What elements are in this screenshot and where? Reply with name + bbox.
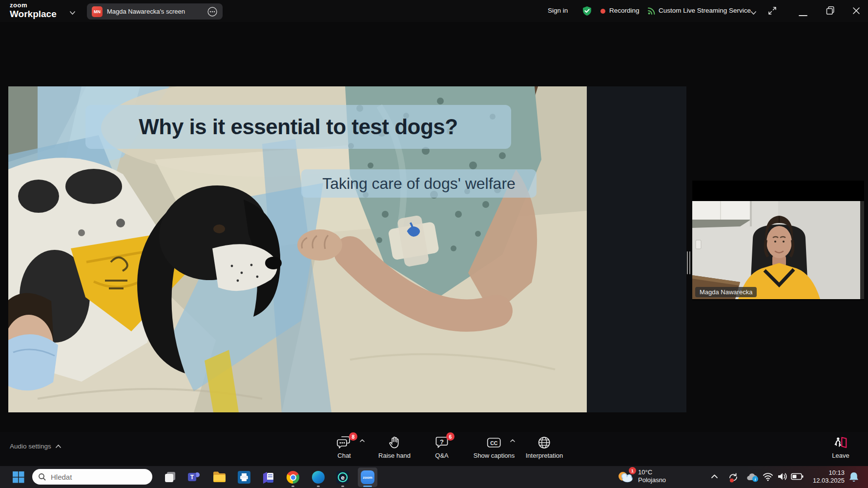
- streaming-chevron-down-icon[interactable]: [750, 8, 757, 17]
- audio-settings-button[interactable]: Audio settings: [10, 443, 62, 450]
- zoom-workplace-logo: zoom Workplace: [10, 2, 57, 19]
- weather-icon: 1: [617, 469, 634, 484]
- participant-video-tile: Magda Nawarecka: [692, 181, 864, 300]
- taskbar-search[interactable]: [32, 469, 152, 485]
- fullscreen-expand-icon[interactable]: [767, 6, 777, 18]
- cabinet: [692, 201, 752, 228]
- leave-label: Leave: [832, 452, 849, 459]
- battery-icon[interactable]: [791, 473, 804, 480]
- leave-button[interactable]: Leave: [832, 436, 849, 459]
- meeting-content-area: Why is it essential to test dogs? Taking…: [0, 22, 868, 432]
- clock-date: 12.03.2025: [806, 477, 845, 485]
- recording-dot-icon: [600, 9, 605, 14]
- wifi-icon[interactable]: [763, 472, 773, 481]
- eset-running-indicator: [341, 486, 344, 487]
- svg-text:?: ?: [440, 438, 444, 446]
- chat-button[interactable]: 8 Chat: [337, 436, 351, 459]
- raise-hand-button[interactable]: Raise hand: [378, 436, 411, 459]
- svg-text:e: e: [341, 474, 344, 481]
- slide-title: Why is it essential to test dogs?: [139, 115, 457, 139]
- workspace-chevron-down-icon[interactable]: [69, 8, 76, 17]
- zoom-app-icon[interactable]: zoom: [358, 468, 377, 487]
- interpretation-label: Interpretation: [526, 452, 563, 459]
- interpretation-button[interactable]: Interpretation: [526, 436, 563, 459]
- file-explorer-icon[interactable]: [213, 471, 226, 483]
- logo-workplace-text: Workplace: [10, 9, 57, 19]
- zoom-active-indicator: [363, 486, 372, 487]
- slide-subtitle-band: Taking care of dogs' welfare: [301, 169, 537, 198]
- chevron-up-icon: [55, 444, 62, 448]
- tab-title: Magda Nawarecka's screen: [107, 8, 185, 15]
- tab-more-options-icon[interactable]: [207, 6, 218, 17]
- chat-menu-chevron-icon[interactable]: [359, 439, 365, 443]
- live-stream-icon: [647, 6, 656, 17]
- recording-label: Recording: [609, 7, 640, 14]
- task-view-icon[interactable]: [164, 471, 176, 483]
- masked-person-illustration: [8, 293, 58, 390]
- qa-button[interactable]: ? 6 Q&A: [435, 436, 449, 459]
- security-shield-icon[interactable]: [582, 6, 592, 18]
- weather-alert-badge: 1: [629, 467, 636, 474]
- weather-widget[interactable]: 1 10°C Polojasno: [617, 468, 666, 484]
- captions-menu-chevron-icon[interactable]: [510, 439, 516, 443]
- svg-text:T: T: [190, 474, 194, 481]
- chrome-running-indicator: [291, 486, 294, 487]
- start-button[interactable]: [12, 471, 24, 483]
- notification-bell-icon[interactable]: [848, 471, 859, 483]
- teams-icon[interactable]: T: [187, 471, 200, 484]
- scanner-app-icon[interactable]: [262, 471, 275, 484]
- audio-settings-label: Audio settings: [10, 443, 51, 450]
- search-input[interactable]: [50, 472, 135, 482]
- close-button[interactable]: [852, 6, 861, 17]
- zoom-workplace-window: zoom Workplace MN Magda Nawarecka's scre…: [0, 0, 868, 488]
- chrome-icon[interactable]: [287, 471, 299, 484]
- panel-resize-handle[interactable]: [687, 251, 691, 274]
- streaming-service-label: Custom Live Streaming Service: [659, 7, 751, 14]
- weather-condition: Polojasno: [638, 476, 666, 484]
- show-captions-label: Show captions: [474, 452, 515, 459]
- tray-chevron-up-icon[interactable]: [711, 474, 718, 479]
- svg-text:CC: CC: [490, 440, 498, 446]
- shared-screen-tab[interactable]: MN Magda Nawarecka's screen: [87, 3, 223, 20]
- minimize-button[interactable]: [798, 10, 808, 19]
- raise-hand-icon: [388, 436, 401, 449]
- qa-label: Q&A: [435, 452, 448, 459]
- dog-nose: [265, 257, 282, 269]
- titlebar: zoom Workplace MN Magda Nawarecka's scre…: [0, 0, 868, 22]
- sign-in-button[interactable]: Sign in: [548, 7, 568, 14]
- participant-video-feed: [692, 201, 864, 299]
- captions-icon: CC: [487, 436, 501, 449]
- interpretation-globe-icon: [537, 436, 551, 449]
- shared-screen-background: [587, 86, 686, 412]
- search-icon: [38, 473, 46, 481]
- leave-door-icon: [833, 436, 848, 449]
- eset-icon[interactable]: e: [336, 471, 349, 484]
- volume-icon[interactable]: [777, 472, 788, 481]
- taskbar-clock[interactable]: 10:13 12.03.2025: [806, 469, 845, 485]
- raise-hand-label: Raise hand: [378, 452, 411, 459]
- edge-icon[interactable]: [312, 471, 325, 484]
- shared-screen-slide: Why is it essential to test dogs? Taking…: [8, 86, 587, 412]
- tray-cloud-status-icon[interactable]: i: [746, 472, 759, 482]
- chat-badge: 8: [349, 432, 357, 441]
- printer-app-icon[interactable]: [238, 471, 250, 484]
- show-captions-button[interactable]: CC Show captions: [474, 436, 515, 459]
- participant-name-label: Magda Nawarecka: [695, 287, 757, 297]
- slide-title-band: Why is it essential to test dogs?: [85, 105, 511, 149]
- tray-sync-icon[interactable]: [727, 471, 739, 483]
- slide-subtitle: Taking care of dogs' welfare: [322, 175, 516, 193]
- windows-taskbar: T e zoom: [0, 466, 868, 488]
- meeting-toolbar: Audio settings 8 Chat: [0, 432, 868, 466]
- clock-time: 10:13: [806, 469, 845, 477]
- restore-window-button[interactable]: [825, 5, 836, 18]
- chat-label: Chat: [337, 452, 351, 459]
- edge-running-indicator: [317, 486, 320, 487]
- weather-temperature: 10°C: [638, 468, 666, 476]
- qa-badge: 6: [446, 432, 455, 441]
- logo-zoom-text: zoom: [10, 2, 57, 8]
- participant-avatar: MN: [92, 6, 103, 17]
